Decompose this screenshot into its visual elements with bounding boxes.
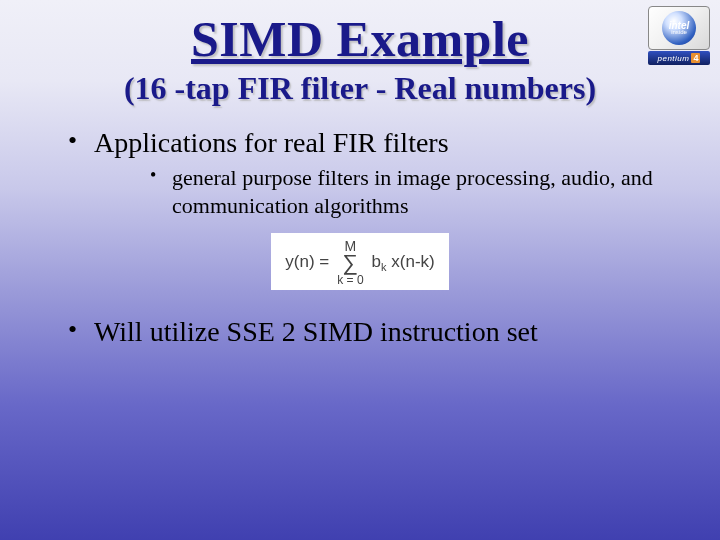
formula-row: y(n) = M ∑ k = 0 bk x(n-k) [285, 239, 434, 286]
bullet-applications: Applications for real FIR filters genera… [50, 125, 670, 219]
bullet-list-2: Will utilize SSE 2 SIMD instruction set [50, 314, 670, 349]
sub-bullet-text: general purpose filters in image process… [172, 165, 653, 218]
formula-rhs: bk x(n-k) [372, 252, 435, 273]
slide-subtitle: (16 -tap FIR filter - Real numbers) [0, 70, 720, 107]
logo-badge: intel inside [648, 6, 710, 50]
formula-x: x(n-k) [387, 252, 435, 271]
slide-title: SIMD Example [0, 0, 720, 68]
bullet-sse2: Will utilize SSE 2 SIMD instruction set [50, 314, 670, 349]
sub-bullet-list: general purpose filters in image process… [94, 164, 670, 219]
logo-inside-text: inside [671, 30, 687, 35]
logo-four-text: 4 [691, 53, 700, 63]
sigma-block: M ∑ k = 0 [337, 239, 363, 286]
bullet-text: Will utilize SSE 2 SIMD instruction set [94, 316, 538, 347]
logo-pentium-bar: pentium 4 [648, 51, 710, 65]
sigma-lower: k = 0 [337, 274, 363, 286]
intel-pentium4-logo: intel inside pentium 4 [648, 6, 710, 65]
slide: intel inside pentium 4 SIMD Example (16 … [0, 0, 720, 540]
logo-pentium-text: pentium [658, 54, 690, 63]
logo-circle: intel inside [662, 11, 696, 45]
fir-formula: y(n) = M ∑ k = 0 bk x(n-k) [271, 233, 448, 290]
formula-b: b [372, 252, 381, 271]
sub-bullet-general: general purpose filters in image process… [94, 164, 670, 219]
sigma-symbol: ∑ [343, 253, 359, 273]
formula-lhs: y(n) = [285, 252, 329, 272]
bullet-list: Applications for real FIR filters genera… [50, 125, 670, 219]
formula-container: y(n) = M ∑ k = 0 bk x(n-k) [50, 233, 670, 290]
slide-content: Applications for real FIR filters genera… [0, 107, 720, 349]
bullet-text: Applications for real FIR filters [94, 127, 449, 158]
